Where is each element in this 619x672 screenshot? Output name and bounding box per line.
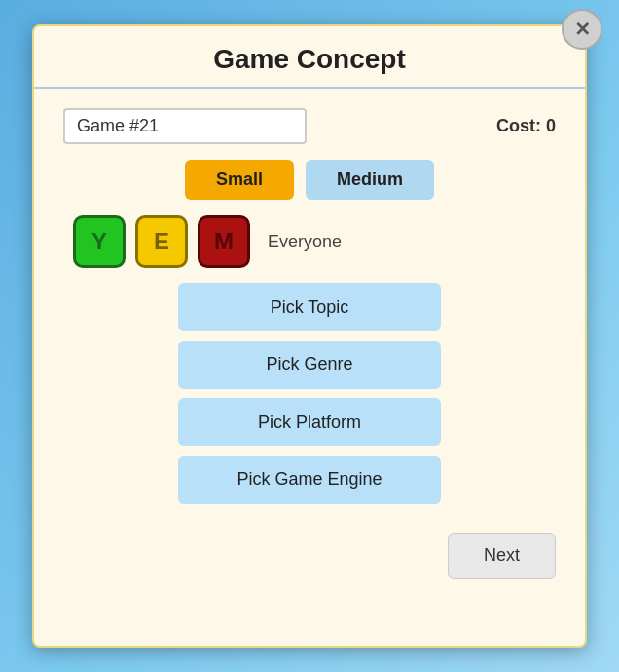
game-name-input[interactable] xyxy=(63,108,307,144)
rating-m-badge[interactable]: M xyxy=(198,215,250,268)
pick-game-engine-button[interactable]: Pick Game Engine xyxy=(178,456,441,504)
rating-y-badge[interactable]: Y xyxy=(73,215,126,268)
game-concept-modal: Game Concept ✕ Cost: 0 Small Medium Y E … xyxy=(32,24,587,648)
modal-body: Cost: 0 Small Medium Y E M Everyone Pick… xyxy=(34,89,585,523)
small-size-button[interactable]: Small xyxy=(185,160,294,200)
close-button[interactable]: ✕ xyxy=(562,9,602,50)
pick-genre-button[interactable]: Pick Genre xyxy=(178,341,441,389)
pick-platform-button[interactable]: Pick Platform xyxy=(178,398,441,446)
rating-description: Everyone xyxy=(268,232,342,252)
rating-e-badge[interactable]: E xyxy=(135,215,188,268)
cost-label: Cost: 0 xyxy=(496,116,556,136)
modal-header: Game Concept ✕ xyxy=(34,26,585,89)
name-cost-row: Cost: 0 xyxy=(63,108,556,144)
rating-row: Y E M Everyone xyxy=(63,215,556,268)
modal-footer: Next xyxy=(34,523,585,579)
pick-buttons-column: Pick Topic Pick Genre Pick Platform Pick… xyxy=(63,283,556,504)
next-button[interactable]: Next xyxy=(448,533,556,579)
size-row: Small Medium xyxy=(185,160,434,200)
pick-topic-button[interactable]: Pick Topic xyxy=(178,283,441,331)
medium-size-button[interactable]: Medium xyxy=(306,160,434,200)
modal-title: Game Concept xyxy=(213,44,406,74)
